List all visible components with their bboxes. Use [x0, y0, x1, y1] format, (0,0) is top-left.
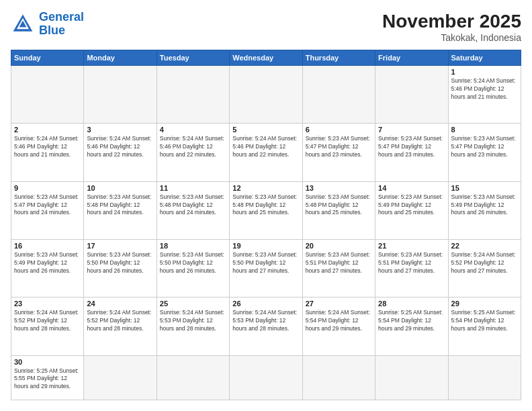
day-number: 27 [306, 300, 372, 308]
day-info: Sunrise: 5:24 AM Sunset: 5:53 PM Dayligh… [160, 309, 226, 333]
day-number: 12 [232, 184, 299, 192]
day-number: 9 [14, 184, 81, 192]
day-number: 6 [306, 126, 372, 134]
day-info: Sunrise: 5:23 AM Sunset: 5:48 PM Dayligh… [232, 193, 299, 218]
day-info: Sunrise: 5:24 AM Sunset: 5:54 PM Dayligh… [306, 309, 372, 333]
day-number: 13 [306, 184, 372, 192]
table-row: 19Sunrise: 5:23 AM Sunset: 5:50 PM Dayli… [230, 239, 302, 297]
day-number: 21 [378, 242, 445, 250]
day-number: 11 [160, 184, 226, 192]
day-number: 7 [378, 126, 445, 134]
col-monday: Monday [84, 50, 157, 66]
day-info: Sunrise: 5:23 AM Sunset: 5:47 PM Dayligh… [451, 135, 518, 159]
day-info: Sunrise: 5:23 AM Sunset: 5:48 PM Dayligh… [160, 193, 226, 218]
day-number: 1 [451, 68, 518, 76]
table-row: 8Sunrise: 5:23 AM Sunset: 5:47 PM Daylig… [448, 124, 521, 181]
table-row: 13Sunrise: 5:23 AM Sunset: 5:48 PM Dayli… [302, 181, 375, 239]
day-number: 24 [87, 300, 153, 308]
table-row: 12Sunrise: 5:23 AM Sunset: 5:48 PM Dayli… [230, 181, 302, 239]
day-number: 20 [306, 242, 372, 250]
day-number: 17 [87, 242, 153, 250]
day-number: 30 [14, 358, 81, 366]
day-info: Sunrise: 5:23 AM Sunset: 5:51 PM Dayligh… [378, 251, 445, 275]
day-info: Sunrise: 5:24 AM Sunset: 5:53 PM Dayligh… [232, 309, 299, 333]
day-info: Sunrise: 5:24 AM Sunset: 5:46 PM Dayligh… [87, 135, 153, 159]
logo-general: General [39, 10, 84, 24]
table-row: 9Sunrise: 5:23 AM Sunset: 5:47 PM Daylig… [11, 181, 84, 239]
title-block: November 2025 Takokak, Indonesia [382, 11, 521, 43]
table-row: 4Sunrise: 5:24 AM Sunset: 5:46 PM Daylig… [157, 124, 229, 181]
day-info: Sunrise: 5:23 AM Sunset: 5:47 PM Dayligh… [306, 135, 372, 159]
table-row: 5Sunrise: 5:24 AM Sunset: 5:46 PM Daylig… [230, 124, 302, 181]
table-row [302, 355, 375, 400]
table-row [157, 355, 229, 400]
day-info: Sunrise: 5:23 AM Sunset: 5:50 PM Dayligh… [232, 251, 299, 275]
day-info: Sunrise: 5:23 AM Sunset: 5:51 PM Dayligh… [306, 251, 372, 275]
table-row: 6Sunrise: 5:23 AM Sunset: 5:47 PM Daylig… [302, 124, 375, 181]
table-row: 28Sunrise: 5:25 AM Sunset: 5:54 PM Dayli… [375, 298, 448, 355]
day-info: Sunrise: 5:24 AM Sunset: 5:52 PM Dayligh… [14, 309, 81, 333]
calendar-header-row: Sunday Monday Tuesday Wednesday Thursday… [11, 50, 521, 66]
table-row [157, 66, 229, 124]
day-info: Sunrise: 5:23 AM Sunset: 5:50 PM Dayligh… [160, 251, 226, 275]
day-number: 26 [232, 300, 299, 308]
col-saturday: Saturday [448, 50, 521, 66]
day-info: Sunrise: 5:24 AM Sunset: 5:46 PM Dayligh… [232, 135, 299, 159]
table-row: 2Sunrise: 5:24 AM Sunset: 5:46 PM Daylig… [11, 124, 84, 181]
day-info: Sunrise: 5:23 AM Sunset: 5:47 PM Dayligh… [14, 193, 81, 218]
day-number: 19 [232, 242, 299, 250]
table-row: 24Sunrise: 5:24 AM Sunset: 5:52 PM Dayli… [84, 298, 157, 355]
day-info: Sunrise: 5:23 AM Sunset: 5:50 PM Dayligh… [87, 251, 153, 275]
table-row [230, 66, 302, 124]
day-number: 4 [160, 126, 226, 134]
table-row: 23Sunrise: 5:24 AM Sunset: 5:52 PM Dayli… [11, 298, 84, 355]
table-row: 11Sunrise: 5:23 AM Sunset: 5:48 PM Dayli… [157, 181, 229, 239]
day-number: 8 [451, 126, 518, 134]
day-number: 2 [14, 126, 81, 134]
day-number: 25 [160, 300, 226, 308]
table-row [11, 66, 84, 124]
day-number: 15 [451, 184, 518, 192]
table-row: 21Sunrise: 5:23 AM Sunset: 5:51 PM Dayli… [375, 239, 448, 297]
table-row: 15Sunrise: 5:23 AM Sunset: 5:49 PM Dayli… [448, 181, 521, 239]
table-row: 30Sunrise: 5:25 AM Sunset: 5:55 PM Dayli… [11, 355, 84, 400]
table-row: 27Sunrise: 5:24 AM Sunset: 5:54 PM Dayli… [302, 298, 375, 355]
day-info: Sunrise: 5:24 AM Sunset: 5:52 PM Dayligh… [87, 309, 153, 333]
logo: General Blue [11, 11, 84, 38]
header: General Blue November 2025 Takokak, Indo… [11, 11, 521, 43]
table-row: 16Sunrise: 5:23 AM Sunset: 5:49 PM Dayli… [11, 239, 84, 297]
month-title: November 2025 [382, 11, 521, 32]
location: Takokak, Indonesia [382, 32, 521, 43]
table-row: 14Sunrise: 5:23 AM Sunset: 5:49 PM Dayli… [375, 181, 448, 239]
day-number: 18 [160, 242, 226, 250]
day-number: 28 [378, 300, 445, 308]
col-wednesday: Wednesday [230, 50, 302, 66]
col-tuesday: Tuesday [157, 50, 229, 66]
table-row [84, 66, 157, 124]
day-info: Sunrise: 5:23 AM Sunset: 5:48 PM Dayligh… [87, 193, 153, 218]
day-info: Sunrise: 5:25 AM Sunset: 5:55 PM Dayligh… [14, 367, 81, 392]
table-row [302, 66, 375, 124]
day-info: Sunrise: 5:23 AM Sunset: 5:49 PM Dayligh… [378, 193, 445, 218]
table-row: 17Sunrise: 5:23 AM Sunset: 5:50 PM Dayli… [84, 239, 157, 297]
col-friday: Friday [375, 50, 448, 66]
table-row [84, 355, 157, 400]
table-row: 1Sunrise: 5:24 AM Sunset: 5:46 PM Daylig… [448, 66, 521, 124]
day-info: Sunrise: 5:25 AM Sunset: 5:54 PM Dayligh… [451, 309, 518, 333]
day-number: 14 [378, 184, 445, 192]
day-info: Sunrise: 5:23 AM Sunset: 5:49 PM Dayligh… [14, 251, 81, 275]
day-info: Sunrise: 5:23 AM Sunset: 5:47 PM Dayligh… [378, 135, 445, 159]
table-row: 20Sunrise: 5:23 AM Sunset: 5:51 PM Dayli… [302, 239, 375, 297]
day-number: 29 [451, 300, 518, 308]
day-info: Sunrise: 5:23 AM Sunset: 5:48 PM Dayligh… [306, 193, 372, 218]
table-row [375, 66, 448, 124]
table-row: 22Sunrise: 5:24 AM Sunset: 5:52 PM Dayli… [448, 239, 521, 297]
day-info: Sunrise: 5:24 AM Sunset: 5:46 PM Dayligh… [451, 77, 518, 101]
day-number: 16 [14, 242, 81, 250]
logo-text: General Blue [39, 11, 84, 38]
col-thursday: Thursday [302, 50, 375, 66]
logo-icon [11, 12, 35, 36]
day-info: Sunrise: 5:24 AM Sunset: 5:46 PM Dayligh… [160, 135, 226, 159]
table-row [230, 355, 302, 400]
page: General Blue November 2025 Takokak, Indo… [0, 0, 532, 411]
